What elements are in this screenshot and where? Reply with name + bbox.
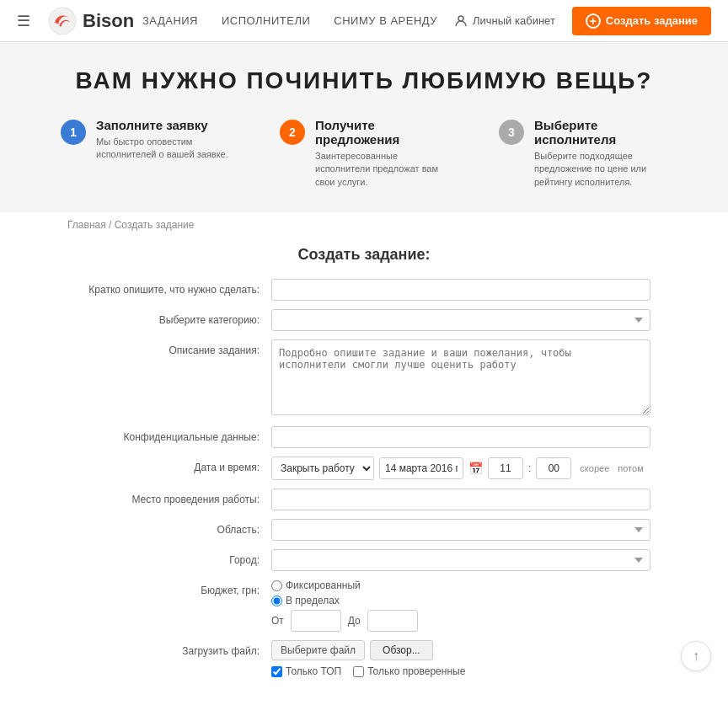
date-input[interactable] (379, 457, 463, 479)
logo-icon (47, 6, 78, 36)
range-to-label: До (348, 615, 361, 627)
category-row: Выберите категорию: (78, 309, 650, 331)
description-row: Описание задания: (78, 339, 650, 418)
place-control (271, 489, 650, 510)
confidential-input[interactable] (271, 426, 650, 448)
breadcrumb-current: Создать задание (115, 219, 195, 231)
hamburger-icon[interactable]: ☰ (17, 12, 30, 30)
datetime-inputs: Закрыть работу 📅 : скорее потом (271, 457, 650, 480)
minute-input[interactable] (536, 457, 571, 479)
place-label: Место проведения работы: (78, 489, 271, 505)
confidential-row: Конфиденциальные данные: (78, 426, 650, 448)
budget-range-text: В пределах (286, 595, 340, 606)
datetime-type-select[interactable]: Закрыть работу (271, 457, 374, 480)
city-label: Город: (78, 549, 271, 566)
nav-rent[interactable]: СНИМУ В АРЕНДУ (334, 14, 437, 27)
step-2-desc: Заинтересованные исполнители предложат в… (315, 150, 448, 189)
svg-point-0 (49, 7, 76, 34)
breadcrumb-home[interactable]: Главная (67, 219, 106, 231)
budget-control: Фиксированный В пределах От До (271, 579, 650, 632)
file-browse-button[interactable]: Обзор... (370, 640, 433, 660)
user-icon (454, 14, 468, 28)
step-1: 1 Заполните заявку Мы быстро оповестим и… (61, 118, 229, 189)
upload-label: Загрузить файл: (78, 640, 271, 657)
category-select[interactable] (271, 309, 650, 331)
place-input[interactable] (271, 489, 650, 510)
step-1-desc: Мы быстро оповестим исполнителей о вашей… (96, 136, 229, 162)
range-from-input[interactable] (291, 610, 341, 632)
top-only-checkbox[interactable] (271, 666, 282, 677)
place-row: Место проведения работы: (78, 489, 650, 510)
account-label: Личный кабинет (473, 14, 555, 27)
header-logo[interactable]: Bison (47, 6, 134, 36)
city-select[interactable] (271, 549, 650, 571)
account-link[interactable]: Личный кабинет (454, 14, 555, 28)
step-2-num: 2 (280, 120, 305, 145)
budget-fixed-radio[interactable] (271, 580, 282, 591)
nav-executors[interactable]: ИСПОЛНИТЕЛИ (222, 14, 310, 27)
city-control (271, 549, 650, 571)
description-textarea[interactable] (271, 339, 650, 415)
brief-input[interactable] (271, 279, 650, 301)
logo-text: Bison (83, 10, 134, 32)
confidential-label: Конфиденциальные данные: (78, 426, 271, 443)
calendar-icon[interactable]: 📅 (468, 462, 483, 475)
time-before-link[interactable]: скорее (580, 463, 609, 473)
verified-only-checkbox[interactable] (353, 666, 364, 677)
checkbox-row: Только ТОП Только проверенные (271, 665, 650, 677)
step-3: 3 Выберите исполнителя Выберите подходящ… (499, 118, 667, 189)
range-from-label: От (271, 615, 284, 627)
budget-radio-row: Фиксированный (271, 579, 650, 591)
region-row: Область: (78, 519, 650, 541)
budget-fixed-label[interactable]: Фиксированный (271, 579, 361, 591)
datetime-row: Дата и время: Закрыть работу 📅 : скорее … (78, 457, 650, 480)
city-row: Город: (78, 549, 650, 571)
brief-label: Кратко опишите, что нужно сделать: (78, 279, 271, 296)
hour-input[interactable] (488, 457, 523, 479)
upload-row: Загрузить файл: Выберите файл Обзор... Т… (78, 640, 650, 677)
breadcrumb-separator: / (109, 219, 115, 231)
verified-only-label[interactable]: Только проверенные (353, 665, 465, 677)
step-2: 2 Получите предложения Заинтересованные … (280, 118, 448, 189)
region-control (271, 519, 650, 541)
time-after-link[interactable]: потом (618, 463, 643, 473)
step-3-title: Выберите исполнителя (534, 118, 667, 147)
budget-range-radio[interactable] (271, 596, 282, 606)
step-3-content: Выберите исполнителя Выберите подходящее… (534, 118, 667, 189)
top-only-text: Только ТОП (286, 665, 341, 677)
description-control (271, 339, 650, 418)
range-inputs-row: От До (271, 610, 650, 632)
budget-fixed-text: Фиксированный (286, 579, 361, 591)
budget-range-label[interactable]: В пределах (271, 595, 340, 606)
create-form-title: Создать задание: (78, 246, 650, 264)
scroll-top-button[interactable]: ↑ (681, 641, 711, 671)
step-3-num: 3 (499, 120, 524, 145)
step-2-content: Получите предложения Заинтересованные ис… (315, 118, 448, 189)
hero-title: ВАМ НУЖНО ПОЧИНИТЬ ЛЮБИМУЮ ВЕЩЬ? (34, 67, 694, 94)
category-label: Выберите категорию: (78, 309, 271, 326)
datetime-label: Дата и время: (78, 457, 271, 473)
verified-only-text: Только проверенные (367, 665, 465, 677)
upload-control: Выберите файл Обзор... Только ТОП Только… (271, 640, 650, 677)
brief-control (271, 279, 650, 301)
brief-row: Кратко опишите, что нужно сделать: (78, 279, 650, 301)
breadcrumb: Главная / Создать задание (0, 212, 728, 238)
nav-tasks[interactable]: ЗАДАНИЯ (142, 14, 198, 27)
step-3-desc: Выберите подходящее предложение по цене … (534, 150, 667, 189)
hero-section: ВАМ НУЖНО ПОЧИНИТЬ ЛЮБИМУЮ ВЕЩЬ? 1 Запол… (0, 42, 728, 212)
create-task-button[interactable]: + Создать задание (572, 7, 711, 35)
step-1-num: 1 (61, 120, 86, 145)
svg-point-1 (458, 16, 463, 21)
region-label: Область: (78, 519, 271, 536)
region-select[interactable] (271, 519, 650, 541)
confidential-control (271, 426, 650, 448)
budget-row: Бюджет, грн: Фиксированный В пределах От… (78, 579, 650, 632)
file-choose-button[interactable]: Выберите файл (271, 640, 365, 660)
budget-range-row: В пределах (271, 595, 650, 606)
step-1-title: Заполните заявку (96, 118, 229, 132)
description-label: Описание задания: (78, 339, 271, 356)
category-control (271, 309, 650, 331)
top-only-label[interactable]: Только ТОП (271, 665, 341, 677)
header-nav: ЗАДАНИЯ ИСПОЛНИТЕЛИ СНИМУ В АРЕНДУ (142, 14, 437, 27)
range-to-input[interactable] (367, 610, 418, 632)
